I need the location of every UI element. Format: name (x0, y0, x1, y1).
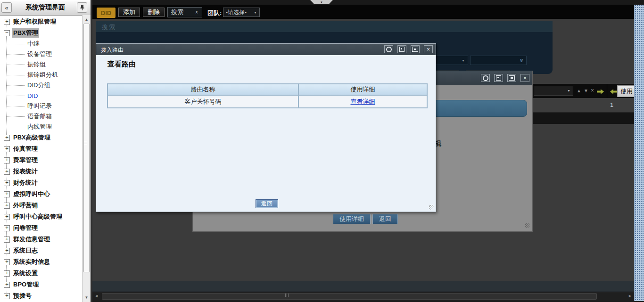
sidebar-item-label[interactable]: PBX管理 (12, 28, 39, 38)
add-button[interactable]: 添加 (118, 8, 140, 17)
sidebar-subitem-label[interactable]: 中继 (27, 40, 40, 48)
sidebar-subitem[interactable]: 呼叫记录 (0, 101, 82, 111)
sidebar-subitem[interactable]: 内线管理 (0, 122, 82, 132)
resize-grip-icon[interactable] (429, 205, 434, 210)
maximize-icon[interactable] (494, 74, 503, 82)
scroll-right-icon[interactable]: ► (628, 294, 632, 298)
east-pane-toggler-strip[interactable] (634, 5, 644, 301)
sidebar-subitem-label[interactable]: 设备管理 (27, 50, 52, 58)
scroll-left-icon[interactable]: ◄ (94, 294, 99, 298)
sidebar-subitem-label[interactable]: 语音邮箱 (27, 112, 52, 121)
sidebar-subitem[interactable]: DID分组 (0, 80, 82, 90)
sidebar-subitem-label[interactable]: 振铃组分机 (27, 71, 58, 79)
sidebar-subitem[interactable]: 中继 (0, 39, 82, 49)
sidebar-scrollbar-thumb[interactable] (83, 24, 90, 272)
sidebar-subitem[interactable]: 语音邮箱 (0, 111, 82, 122)
sidebar-item[interactable]: +报表统计 (0, 166, 82, 177)
sidebar-item[interactable]: +费率管理 (0, 155, 82, 166)
sidebar-item-label[interactable]: 外呼营销 (12, 201, 39, 210)
grid-filter-select[interactable]: ▼ (534, 86, 573, 96)
sidebar-subitem-label[interactable]: 内线管理 (27, 122, 52, 131)
expand-plus-icon[interactable]: + (4, 270, 10, 277)
tab-did[interactable]: DID (97, 8, 116, 18)
expand-plus-icon[interactable]: + (4, 225, 10, 231)
expand-plus-icon[interactable]: + (4, 180, 10, 186)
sidebar-pin-button[interactable] (77, 2, 87, 13)
expand-plus-icon[interactable]: + (4, 191, 10, 197)
dialog-titlebar[interactable]: 拨入路由 × (96, 44, 436, 55)
dialog-back-button[interactable]: 返回 (256, 199, 278, 208)
horizontal-scrollbar-thumb[interactable] (102, 293, 597, 300)
expand-plus-icon[interactable]: + (4, 169, 10, 175)
maximize-icon[interactable] (397, 45, 406, 53)
sidebar-item-label[interactable]: 预拨号 (12, 291, 33, 301)
delete-button[interactable]: 删除 (143, 8, 165, 17)
restore-icon[interactable] (507, 74, 516, 82)
sidebar-item-label[interactable]: 呼叫中心高级管理 (12, 212, 63, 221)
sidebar-subitem-label[interactable]: DID (27, 92, 38, 99)
expand-plus-icon[interactable]: + (4, 203, 10, 209)
expand-plus-icon[interactable]: + (4, 146, 10, 152)
sidebar-subitem[interactable]: 设备管理 (0, 49, 82, 59)
close-icon[interactable]: × (520, 74, 529, 82)
sidebar-item-label[interactable]: 群发信息管理 (12, 235, 51, 244)
sidebar-subitem[interactable]: 振铃组分机 (0, 70, 82, 80)
sidebar-subitem-label[interactable]: 振铃组 (27, 60, 46, 69)
sidebar-item-label[interactable]: 虚拟呼叫中心 (12, 189, 51, 199)
sort-descending-icon[interactable]: ▼ (584, 88, 588, 93)
sidebar-item[interactable]: +虚拟呼叫中心 (0, 188, 82, 200)
sidebar-item[interactable]: +财务统计 (0, 177, 82, 188)
use-column-header[interactable]: 使用 (617, 85, 636, 97)
sidebar-item-label[interactable]: 财务统计 (12, 178, 39, 188)
expand-plus-icon[interactable]: + (4, 259, 10, 265)
expand-plus-icon[interactable]: + (4, 248, 10, 254)
horizontal-scrollbar[interactable]: ◄ ► (92, 292, 634, 301)
sidebar-item[interactable]: +BPO管理 (0, 279, 82, 290)
scroll-up-icon[interactable]: ▲ (83, 16, 90, 23)
sidebar-item[interactable]: +系统设置 (0, 268, 82, 279)
sidebar-scrollbar[interactable]: ▲ ▼ (82, 15, 91, 302)
expand-plus-icon[interactable]: + (4, 19, 10, 25)
sidebar-item[interactable]: +传真管理 (0, 143, 82, 155)
sidebar-item-label[interactable]: 系统实时信息 (12, 257, 51, 267)
sidebar-item[interactable]: +问卷管理 (0, 222, 82, 234)
move-right-icon[interactable] (597, 88, 604, 96)
sidebar-item[interactable]: +呼叫中心高级管理 (0, 211, 82, 222)
sidebar-item-label[interactable]: 系统日志 (12, 246, 39, 255)
team-select[interactable]: -请选择- ▼ (223, 8, 260, 17)
sidebar-item[interactable]: +预拨号 (0, 290, 82, 302)
sidebar-item[interactable]: +PBX高级管理 (0, 132, 82, 143)
sidebar-item[interactable]: +系统实时信息 (0, 256, 82, 268)
sidebar-item-label[interactable]: PBX高级管理 (12, 133, 51, 142)
ring-icon[interactable] (384, 45, 393, 53)
move-left-icon[interactable] (610, 88, 617, 96)
sidebar-item-label[interactable]: 传真管理 (12, 144, 39, 154)
sidebar-item[interactable]: −PBX管理 (0, 27, 82, 39)
scroll-down-icon[interactable]: ▼ (83, 294, 90, 301)
ring-icon[interactable] (481, 74, 490, 82)
sort-clear-icon[interactable]: × (591, 87, 594, 94)
expand-plus-icon[interactable]: + (4, 237, 10, 243)
sidebar-item-label[interactable]: 系统设置 (12, 269, 39, 278)
resize-grip-icon[interactable] (525, 223, 529, 228)
sidebar-subitem[interactable]: 振铃组 (0, 59, 82, 70)
usage-detail-button[interactable]: 使用详细 (333, 214, 371, 224)
expand-plus-icon[interactable]: + (4, 135, 10, 141)
sidebar-item-label[interactable]: 账户和权限管理 (12, 17, 57, 26)
restore-icon[interactable] (411, 45, 420, 53)
sidebar-subitem-label[interactable]: DID分组 (27, 81, 50, 90)
search-toggle-button[interactable]: 搜索 « (167, 7, 202, 17)
expand-plus-icon[interactable]: + (4, 293, 10, 299)
grid-row[interactable]: 1 (532, 98, 634, 113)
sidebar-item-label[interactable]: BPO管理 (12, 280, 40, 289)
sidebar-subitem[interactable]: DID (0, 90, 82, 101)
did-group-combo[interactable]: ∨ (470, 56, 527, 65)
expand-plus-icon[interactable]: + (4, 282, 10, 288)
sidebar-item[interactable]: +账户和权限管理 (0, 16, 82, 27)
expand-plus-icon[interactable]: + (4, 157, 10, 163)
window-back-button[interactable]: 返回 (372, 214, 398, 224)
close-icon[interactable]: × (424, 45, 433, 53)
sort-ascending-icon[interactable]: ▲ (577, 88, 581, 93)
view-detail-link[interactable]: 查看详细 (351, 98, 375, 106)
sidebar-item[interactable]: +系统日志 (0, 245, 82, 256)
